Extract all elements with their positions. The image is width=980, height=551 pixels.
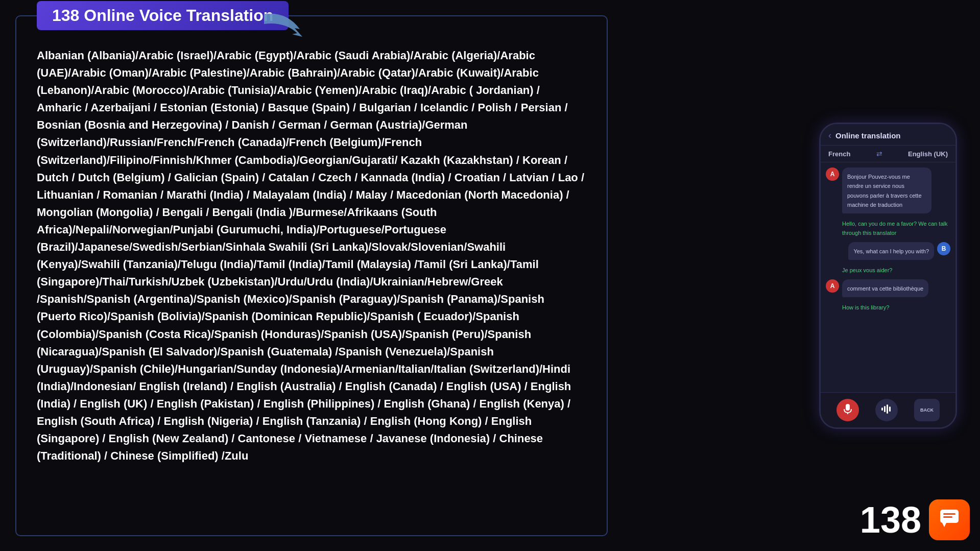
message-bubble: comment va cette bibliothèque: [842, 279, 928, 297]
svg-rect-0: [846, 404, 850, 411]
message-text: Bonjour Pouvez-vous me rendre un service…: [847, 174, 922, 208]
svg-rect-4: [887, 404, 888, 414]
translation-row: Je peux vous aider?: [826, 265, 950, 274]
bottom-right-badge: 138: [860, 499, 970, 541]
message-row: A Bonjour Pouvez-vous me rendre un servi…: [826, 167, 950, 213]
message-bubble: Yes, what can I help you with?: [848, 242, 934, 259]
svg-rect-9: [943, 516, 952, 518]
back-button-label: BACK: [920, 408, 934, 413]
phone-mockup: ‹ Online translation French ⇄ English (U…: [819, 123, 957, 429]
message-row: A comment va cette bibliothèque: [826, 279, 950, 297]
avatar-b: B: [937, 242, 950, 255]
chat-area: A Bonjour Pouvez-vous me rendre un servi…: [821, 162, 955, 392]
lang-to-button[interactable]: English (UK): [908, 150, 948, 158]
message-row: B Yes, what can I help you with?: [826, 242, 950, 259]
right-panel: ‹ Online translation French ⇄ English (U…: [811, 15, 965, 536]
languages-list: Albanian (Albania)/Arabic (Israel)/Arabi…: [37, 47, 586, 465]
back-chevron-icon[interactable]: ‹: [828, 130, 831, 141]
svg-rect-2: [881, 408, 883, 411]
translation-row: Hello, can you do me a favor? We can tal…: [826, 219, 950, 237]
chat-icon: [938, 507, 961, 534]
swap-icon[interactable]: ⇄: [876, 150, 882, 158]
waveform-icon: [881, 404, 892, 416]
phone-title: Online translation: [835, 131, 901, 140]
lang-from-button[interactable]: French: [828, 150, 850, 158]
back-button[interactable]: BACK: [914, 399, 940, 421]
message-bubble: Bonjour Pouvez-vous me rendre un service…: [842, 167, 931, 213]
title-badge: 138 Online Voice Translation: [37, 1, 289, 30]
avatar-a: A: [826, 279, 839, 293]
mic-button[interactable]: [836, 399, 859, 421]
message-text: Yes, what can I help you with?: [853, 248, 929, 254]
left-panel: 138 Online Voice Translation Albanian (A…: [15, 15, 608, 536]
phone-top-bar: ‹ Online translation: [821, 124, 955, 146]
phone-screen: ‹ Online translation French ⇄ English (U…: [821, 124, 955, 427]
mic-icon: [843, 403, 852, 417]
language-selector: French ⇄ English (UK): [821, 146, 955, 162]
phone-bottom-controls: BACK: [821, 392, 955, 427]
translation-row: How is this library?: [826, 302, 950, 312]
chat-icon-badge[interactable]: [929, 499, 970, 540]
avatar-a: A: [826, 167, 839, 181]
svg-rect-5: [889, 406, 891, 412]
svg-rect-8: [943, 513, 955, 515]
title-text: 138 Online Voice Translation: [52, 6, 273, 25]
translation-text: Hello, can you do me a favor? We can tal…: [842, 221, 947, 236]
svg-rect-3: [884, 406, 886, 412]
arrow-decoration: [261, 9, 313, 44]
svg-marker-7: [942, 523, 946, 527]
waveform-button[interactable]: [875, 399, 898, 421]
message-text: comment va cette bibliothèque: [847, 285, 923, 292]
app-number: 138: [860, 499, 921, 541]
translation-text: Je peux vous aider?: [842, 267, 892, 273]
translation-text: How is this library?: [842, 304, 889, 310]
